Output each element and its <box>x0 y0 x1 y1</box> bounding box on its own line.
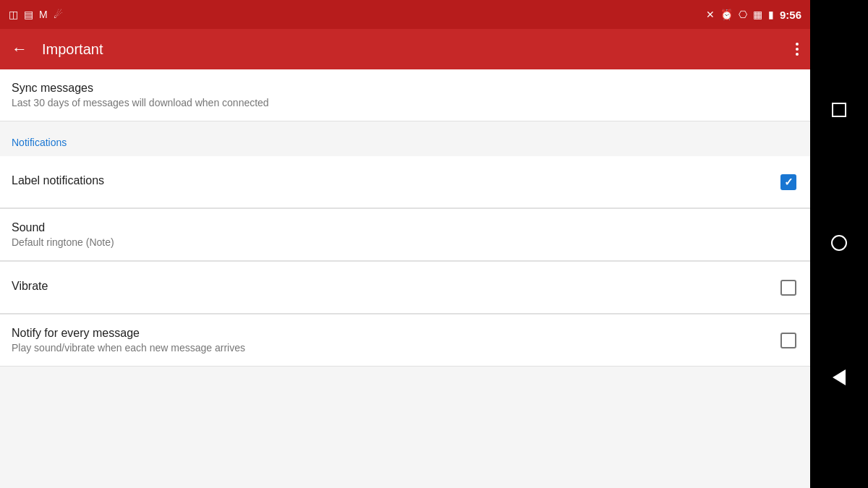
sound-title: Sound <box>12 221 799 234</box>
dot2 <box>796 48 799 51</box>
status-time: 9:56 <box>780 9 801 21</box>
notify-every-message-item[interactable]: Notify for every message Play sound/vibr… <box>0 314 810 367</box>
notify-checkbox-unchecked-icon <box>780 333 796 348</box>
back-nav-icon <box>833 369 846 385</box>
equalizer-status-icon: ▤ <box>24 9 33 20</box>
recent-apps-button[interactable] <box>832 103 846 117</box>
home-icon <box>831 235 847 251</box>
notifications-header-label: Notifications <box>12 137 67 148</box>
label-notifications-item[interactable]: Label notifications <box>0 156 810 208</box>
nav-bar <box>810 0 868 488</box>
recent-apps-icon <box>832 103 846 117</box>
sound-text: Sound Default ringtone (Note) <box>12 221 799 248</box>
notifications-section-header: Notifications <box>0 121 810 156</box>
app-bar-title: Important <box>42 41 796 58</box>
vibrate-item[interactable]: Vibrate <box>0 262 810 314</box>
dot3 <box>796 53 799 56</box>
label-notifications-checkbox[interactable] <box>778 172 799 192</box>
signal-icon: ▦ <box>753 9 762 20</box>
image-status-icon: ☄ <box>54 9 63 20</box>
sync-messages-item[interactable]: Sync messages Last 30 days of messages w… <box>0 69 810 121</box>
notify-every-message-subtitle: Play sound/vibrate when each new message… <box>12 342 778 354</box>
sync-messages-text: Sync messages Last 30 days of messages w… <box>12 82 799 108</box>
gmail-status-icon: M <box>39 9 48 20</box>
alarm-icon: ⏰ <box>720 9 733 20</box>
vibrate-checkbox[interactable] <box>778 278 799 298</box>
checkbox-unchecked-icon <box>780 280 796 296</box>
back-button[interactable]: ← <box>12 40 27 59</box>
more-options-button[interactable] <box>796 43 799 56</box>
dot1 <box>796 43 799 46</box>
back-nav-button[interactable] <box>833 369 846 385</box>
sync-messages-title: Sync messages <box>12 82 799 95</box>
notify-every-message-checkbox[interactable] <box>778 330 799 351</box>
vibrate-title: Vibrate <box>12 280 778 293</box>
label-notifications-text: Label notifications <box>12 174 778 189</box>
checkbox-checked-icon <box>780 174 796 190</box>
sound-item[interactable]: Sound Default ringtone (Note) <box>0 209 810 261</box>
notify-every-message-text: Notify for every message Play sound/vibr… <box>12 327 778 354</box>
status-bar-right-icons: ✕ ⏰ ⎔ ▦ ▮ 9:56 <box>706 9 801 21</box>
content-area: Sync messages Last 30 days of messages w… <box>0 69 810 488</box>
status-bar: ◫ ▤ M ☄ ✕ ⏰ ⎔ ▦ ▮ 9:56 <box>0 0 810 29</box>
message-status-icon: ◫ <box>9 9 18 20</box>
sync-messages-subtitle: Last 30 days of messages will download w… <box>12 97 799 108</box>
vibrate-text: Vibrate <box>12 280 778 295</box>
battery-icon: ▮ <box>768 9 774 20</box>
notify-every-message-title: Notify for every message <box>12 327 778 340</box>
app-bar: ← Important <box>0 29 810 69</box>
label-notifications-title: Label notifications <box>12 174 778 187</box>
bluetooth-icon: ✕ <box>706 9 715 20</box>
sound-subtitle: Default ringtone (Note) <box>12 236 799 248</box>
status-bar-left-icons: ◫ ▤ M ☄ <box>9 9 63 20</box>
wifi-icon: ⎔ <box>739 9 747 20</box>
home-button[interactable] <box>831 235 847 251</box>
